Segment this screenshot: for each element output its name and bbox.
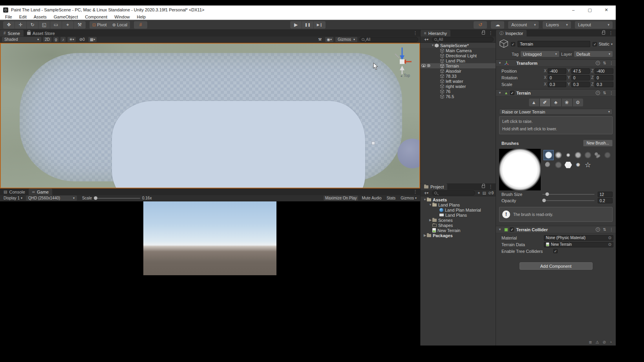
foldout-icon[interactable]: ▼ [431,44,435,47]
hierarchy-kebab-icon[interactable]: ⋮ [488,31,493,36]
brush-thumb[interactable] [544,160,553,170]
help-icon[interactable]: ? [596,91,600,95]
kebab-icon[interactable]: ⋮ [609,91,613,95]
account-dropdown[interactable]: Account ▾ [508,21,539,29]
tab-hierarchy[interactable]: ≡ Hierarchy [421,30,450,37]
brush-thumb-starburst[interactable]: ✹ [573,160,583,170]
rotation-x-field[interactable]: 0 [548,75,567,80]
terrain-collider-header[interactable]: ▼ ▣ ✓ Terrain Collider ? ⇅ ⋮ [496,226,616,233]
lock-icon[interactable] [482,32,485,35]
project-row-new-terrain[interactable]: New Terrain [421,228,496,233]
hierarchy-item-alasdair[interactable]: Alasdair [421,68,496,73]
brush-thumb[interactable] [554,160,563,170]
terrain-component-header[interactable]: ▼ ▲ ✓ Terrain ? ⇅ ⋮ [496,89,616,97]
project-row-shapes[interactable]: Shapes [421,223,496,228]
scene-visibility-toggle[interactable]: ⊘ 0 [78,37,86,42]
project-row-land-plans-asset[interactable]: Land Plans [421,212,496,218]
brush-size-value[interactable]: 12 [598,192,613,197]
local-toggle[interactable]: ⊛ Local [110,21,130,29]
hierarchy-item-right-water[interactable]: right water [421,84,496,89]
brush-thumb[interactable] [603,150,612,160]
foldout-icon[interactable]: ▼ [498,91,502,95]
collider-enabled-checkbox[interactable]: ✓ [510,227,514,232]
static-group[interactable]: ✓ Static ▾ [593,42,613,46]
opacity-value[interactable]: 0.2 [598,198,613,203]
gizmo-view-label[interactable]: ◄ Top [400,73,410,78]
menu-gameobject[interactable]: GameObject [50,15,82,19]
game-panel-kebab-icon[interactable]: ⋮ [413,189,417,194]
brush-thumb[interactable] [583,150,593,160]
foldout-icon[interactable]: ▶ [423,234,427,237]
lock-icon[interactable] [482,185,485,188]
rect-tool-icon[interactable]: ▭ [50,21,62,29]
brush-thumb-star[interactable]: ☆ [583,160,593,170]
tab-game[interactable]: ∞ Game [29,188,52,195]
hierarchy-search[interactable] [432,37,494,42]
menu-help[interactable]: Help [133,15,149,19]
transform-tool-icon[interactable]: ⌖ [62,21,74,29]
kebab-icon[interactable]: ⋮ [609,61,613,65]
project-row-packages[interactable]: ▶ Packages [421,233,496,238]
hierarchy-add-button[interactable]: + ▾ [423,37,430,42]
brush-thumb[interactable] [593,150,602,160]
project-row-scenes[interactable]: ▶ Scenes [421,218,496,223]
add-component-button[interactable]: Add Component [520,262,593,270]
inspector-kebab-icon[interactable]: ⋮ [609,31,613,36]
2d-toggle[interactable]: 2D [43,37,51,42]
new-brush-button[interactable]: New Brush... [583,140,613,146]
menu-file[interactable]: File [2,15,16,19]
position-x-field[interactable]: -400 [548,68,567,74]
menu-assets[interactable]: Assets [30,15,50,19]
project-row-land-plans[interactable]: ▼ Land Plans [421,202,496,207]
brush-thumb[interactable] [564,150,573,160]
status-progress-icon[interactable]: ◔ [609,340,612,344]
hierarchy-item-land-plan[interactable]: Land Plan [421,58,496,63]
scene-camera-dropdown[interactable]: ◉ ▾ [325,37,333,42]
hierarchy-item-main-camera[interactable]: Main Camera [421,48,496,53]
project-add-button[interactable]: + ▾ [423,190,430,196]
static-checkbox[interactable]: ✓ [593,42,597,46]
maximize-on-play-toggle[interactable]: Maximize On Play [324,196,359,201]
layers-dropdown[interactable]: Layers ▾ [543,21,571,29]
pickability-icon[interactable] [427,64,430,67]
brush-size-slider[interactable] [542,194,595,195]
terrain-data-field[interactable]: New Terrain ⊙ [544,242,613,247]
paint-trees-tool[interactable]: ♣ [551,99,561,106]
status-log-icon[interactable]: ≣ [589,340,592,344]
hierarchy-scene-root[interactable]: ▼ SampleScene* [421,43,496,48]
create-neighbor-terrains-tool[interactable]: ▲ [529,99,539,106]
lock-icon[interactable] [602,32,605,35]
scale-x-field[interactable]: 0.3 [548,82,567,87]
position-z-field[interactable]: -400 [595,68,613,74]
project-kebab-icon[interactable]: ⋮ [488,184,493,189]
gameobject-name-field[interactable]: Terrain [518,41,590,47]
step-button[interactable]: ▶❙ [314,21,326,29]
transform-header[interactable]: ▼ Transform ? ⇅ ⋮ [496,59,616,67]
foldout-icon[interactable]: ▼ [428,203,432,207]
brush-thumb[interactable] [573,150,583,160]
gizmo-handle[interactable] [371,141,375,145]
scene-tools-button[interactable]: ⚒ [317,37,323,42]
scene-lighting-toggle[interactable]: ϙ [53,37,59,42]
scene-viewport[interactable]: ◄ Top [0,43,420,188]
project-search-input[interactable] [439,191,473,195]
hand-tool-icon[interactable]: ✥ [3,21,15,29]
scale-slider-thumb[interactable] [94,196,97,200]
presets-icon[interactable]: ⇅ [603,61,606,65]
physic-material-field[interactable]: None (Physic Material) ⊙ [544,235,613,241]
object-picker-icon[interactable]: ⊙ [608,236,611,240]
game-viewport[interactable] [0,201,420,346]
object-picker-icon[interactable]: ⊙ [608,242,611,247]
scene-search-input[interactable] [366,37,405,42]
game-gizmos-dropdown[interactable]: Gizmos ▾ [399,196,418,201]
search-by-type-icon[interactable]: ✦ [477,191,480,195]
tag-dropdown[interactable]: Untagged ▾ [521,51,559,57]
tab-inspector[interactable]: ⓘ Inspector [496,30,527,37]
rotation-y-field[interactable]: 0 [571,75,590,80]
opacity-thumb[interactable] [542,199,546,202]
hierarchy-item-directional-light[interactable]: Directional Light [421,53,496,58]
foldout-icon[interactable]: ▶ [428,218,432,222]
scene-search[interactable] [359,37,418,42]
scale-y-field[interactable]: 0.3 [571,82,590,87]
project-row-land-plan-material[interactable]: Land Plan Material [421,207,496,212]
